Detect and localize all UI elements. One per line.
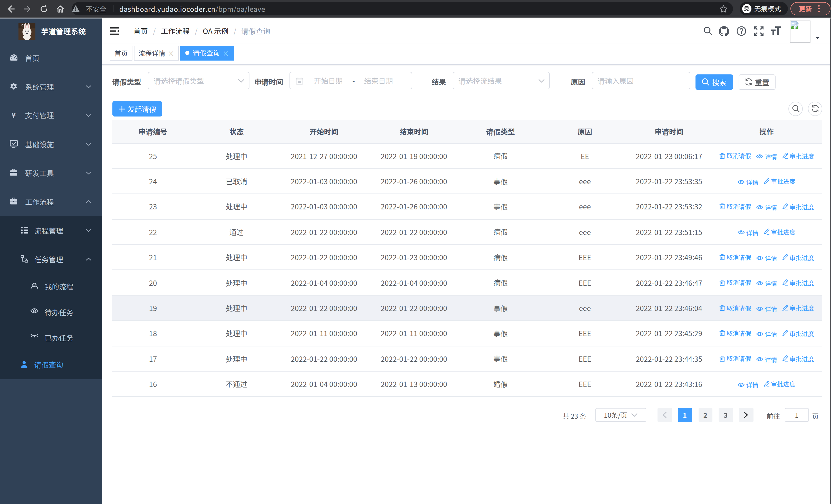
svg-text:¥: ¥: [11, 111, 16, 119]
